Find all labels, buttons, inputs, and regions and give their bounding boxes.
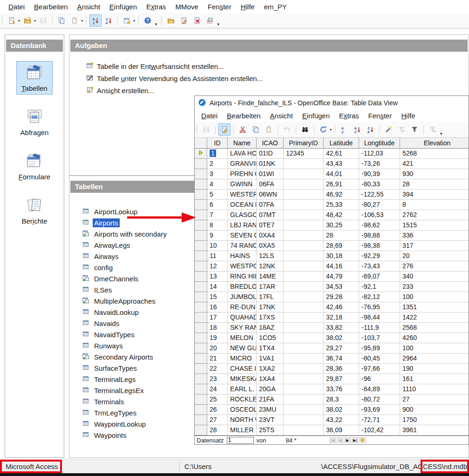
table-row[interactable]: 23MIKESKA1XA429,87-96161 [195,374,469,384]
grid-cell[interactable]: 1XA4 [257,374,284,384]
grid-cell[interactable]: 23MU [257,405,284,415]
row-selector[interactable] [195,333,207,343]
table-row[interactable]: 11HAINS12LS30,18-92,2920 [195,251,469,261]
grid-cell[interactable]: 28 [400,179,469,190]
grid-cell[interactable] [284,261,324,272]
grid-cell[interactable]: 18 [207,323,228,333]
grid-cell[interactable] [284,190,324,200]
grid-cell[interactable]: BREDLOW [228,282,257,292]
grid-cell[interactable]: -97,66 [359,364,400,374]
row-selector[interactable] [195,231,207,241]
grid-cell[interactable]: -72,71 [359,415,400,425]
table-row[interactable]: 13RING HILL14ME44,79-69,07340 [195,272,469,282]
grid-cell[interactable]: 28,69 [324,241,359,251]
row-selector[interactable] [195,179,207,190]
rename-database-object-button[interactable] [204,14,216,27]
row-selector[interactable] [195,374,207,384]
grid-cell[interactable]: LAVA HOT [228,149,257,159]
menu-datei[interactable]: Datei [4,1,29,12]
grid-cell[interactable]: 900 [400,405,469,415]
grid-cell[interactable]: MILLER [228,425,257,435]
grid-cell[interactable]: 1 [207,149,228,159]
menu-bearbeiten[interactable]: Bearbeiten [29,1,73,12]
grid-cell[interactable]: -80,33 [359,179,400,190]
grid-cell[interactable]: 29,27 [324,343,359,354]
window-menu-bearbeiten[interactable]: Bearbeiten [222,110,265,121]
grid-cell[interactable]: 46,92 [324,190,359,200]
grid-cell[interactable]: 0TE7 [257,220,284,231]
row-selector[interactable] [195,190,207,200]
grid-cell[interactable] [284,159,324,169]
grid-cell[interactable]: -80,72 [359,394,400,405]
toolbar-overflow-icon[interactable]: ▾ [218,22,220,27]
row-selector[interactable] [195,354,207,364]
grid-cell[interactable]: 32,18 [324,313,359,323]
grid-cell[interactable]: 34,53 [324,282,359,292]
grid-cell[interactable]: 17FL [257,292,284,302]
table-row[interactable]: 22CHASE IND1XA228,36-97,66190 [195,364,469,374]
grid-cell[interactable]: 15 [207,292,228,302]
grid-cell[interactable]: WESTPORT [228,261,257,272]
grid-cell[interactable] [284,343,324,354]
grid-cell[interactable]: 12LS [257,251,284,261]
grid-cell[interactable]: NORTH W [228,415,257,425]
grid-cell[interactable]: -93,69 [359,405,400,415]
sort-ascending-button[interactable]: AZ [351,123,363,136]
table-row[interactable]: 3PREHN CR01WI44,01-90,39930 [195,169,469,179]
dropdown-arrow-icon[interactable]: ▾ [330,128,332,132]
grid-cell[interactable]: 1515 [400,220,469,231]
table-row[interactable]: 17QUAHADI17XS32,18-98,441422 [195,313,469,323]
table-row[interactable]: 4GWINN06FA26,91-80,3328 [195,179,469,190]
grid-cell[interactable]: 7 [207,210,228,220]
sort-ascending-button[interactable]: AZ [89,14,102,27]
row-selector[interactable] [195,251,207,261]
grid-cell[interactable]: 2964 [400,354,469,364]
row-selector[interactable] [195,323,207,333]
grid-cell[interactable] [284,179,324,190]
grid-cell[interactable]: 6 [207,200,228,210]
grid-cell[interactable]: 5268 [400,149,469,159]
grid-cell[interactable]: WESTERN [228,190,257,200]
grid-cell[interactable]: 2762 [400,210,469,220]
grid-cell[interactable]: -90,39 [359,169,400,179]
grid-cell[interactable]: 2568 [400,323,469,333]
column-header-id[interactable]: ID [207,138,228,149]
row-selector[interactable] [195,282,207,292]
grid-cell[interactable]: 29,87 [324,374,359,384]
grid-cell[interactable]: SKY RANCH [228,323,257,333]
grid-cell[interactable]: -69,07 [359,272,400,282]
new-form-button[interactable] [121,14,133,27]
grid-cell[interactable]: OSCEOLA [228,405,257,415]
grid-cell[interactable] [284,415,324,425]
grid-cell[interactable] [284,169,324,179]
grid-cell[interactable]: 1CO5 [257,333,284,343]
grid-cell[interactable]: -80,27 [359,200,400,210]
toolbar-overflow-icon[interactable]: ▾ [155,22,157,27]
dropdown-arrow-icon[interactable]: ▾ [18,19,20,23]
grid-cell[interactable]: 1TX4 [257,343,284,354]
menu-einf-gen[interactable]: Einfügen [105,1,142,12]
window-menu-fenster[interactable]: Fenster [364,110,397,121]
grid-cell[interactable]: EARL L. SM [228,384,257,394]
grid-cell[interactable]: -103,7 [359,333,400,343]
grid-cell[interactable]: 336 [400,231,469,241]
column-header-latitude[interactable]: Latitude [324,138,359,149]
column-header-elevation[interactable]: Elevation [400,138,469,149]
grid-cell[interactable]: 22 [207,364,228,374]
copy-button[interactable] [250,123,262,136]
grid-cell[interactable] [284,251,324,261]
grid-cell[interactable]: LBJ RANCH [228,220,257,231]
row-selector[interactable] [195,149,207,159]
last-record-button[interactable]: ▶| [352,437,359,443]
grid-cell[interactable]: 100 [400,292,469,302]
grid-cell[interactable] [284,313,324,323]
grid-cell[interactable]: 28 [324,231,359,241]
grid-cell[interactable]: 29,28 [324,292,359,302]
table-row[interactable]: 8LBJ RANCH0TE730,25-98,621515 [195,220,469,231]
grid-cell[interactable]: 23VT [257,415,284,425]
table-row[interactable]: 28MILLER25TS36,09-102,423961 [195,425,469,435]
dropdown-arrow-icon[interactable]: ▾ [133,19,135,23]
grid-cell[interactable] [284,323,324,333]
grid-cell[interactable]: 48,42 [324,210,359,220]
grid-cell[interactable]: OCEAN RE [228,200,257,210]
